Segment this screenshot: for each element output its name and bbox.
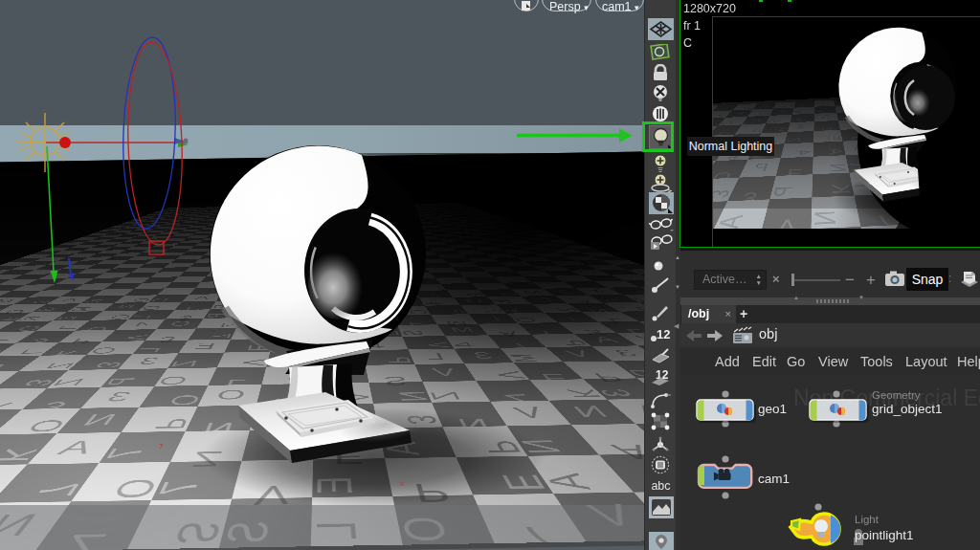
svg-text:7: 7 (159, 442, 164, 451)
svg-text:12: 12 (657, 327, 670, 341)
svg-text:x: x (400, 479, 404, 488)
